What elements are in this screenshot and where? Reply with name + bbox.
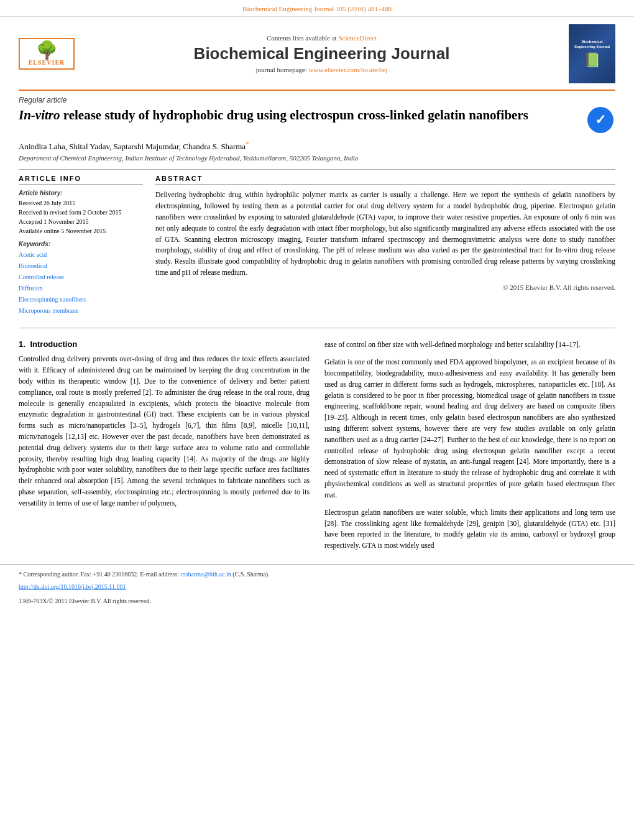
contents-link: Contents lists available at ScienceDirec… (81, 34, 563, 42)
homepage-url[interactable]: www.elsevier.com/locate/bej (308, 66, 387, 73)
article-history: Article history: Received 26 July 2015 R… (19, 190, 143, 236)
cover-icon: 📗 (584, 52, 600, 68)
revised-date: Received in revised form 2 October 2015 (19, 208, 143, 217)
cover-title: Biochemical Engineering Journal (572, 39, 612, 50)
intro-para-1: Controlled drug delivery prevents over-d… (19, 354, 310, 509)
email-label: E-mail address: (140, 571, 178, 578)
abstract-copyright: © 2015 Elsevier B.V. All rights reserved… (155, 284, 615, 291)
top-bar: Biochemical Engineering Journal 105 (201… (0, 0, 634, 17)
elsevier-logo-box: 🌳 ELSEVIER (19, 38, 75, 70)
section-divider (19, 328, 615, 328)
authors: Anindita Laha, Shital Yadav, Saptarshi M… (19, 140, 615, 152)
intro-heading: 1. Introduction (19, 339, 310, 349)
keyword-6[interactable]: Microporous membrane (19, 307, 78, 314)
crossmark-icon: ✓ (587, 107, 613, 133)
keyword-3[interactable]: Controlled release (19, 274, 64, 280)
doi-link[interactable]: http://dx.doi.org/10.1016/j.bej.2015.11.… (19, 583, 126, 590)
header-center: Contents lists available at ScienceDirec… (81, 34, 563, 73)
keywords-label: Keywords: (19, 241, 143, 247)
intro-title: Introduction (30, 339, 77, 349)
authors-names: Anindita Laha, Shital Yadav, Saptarshi M… (19, 142, 246, 151)
journal-cover-box: Biochemical Engineering Journal 📗 (569, 24, 615, 83)
header-area: 🌳 ELSEVIER Contents lists available at S… (0, 17, 634, 83)
crossmark-badge[interactable]: ✓ (587, 107, 615, 135)
copyright-bottom: 1369-703X/© 2015 Elsevier B.V. All right… (0, 598, 634, 611)
body-left-col: 1. Introduction Controlled drug delivery… (19, 339, 310, 558)
article-title-italic: In-vitro (19, 108, 60, 122)
email-name: (C.S. Sharma). (232, 571, 269, 578)
corresponding-sup: * (246, 140, 249, 147)
footnote-text: * Corresponding author. Fax: +91 40 2301… (19, 570, 615, 579)
keyword-1[interactable]: Acetic acid (19, 251, 47, 258)
intro-para-4: Electrospun gelatin nanofibers are water… (324, 507, 615, 552)
keywords-section: Keywords: Acetic acid Biomedical Control… (19, 241, 143, 316)
abstract-label: ABSTRACT (155, 175, 615, 185)
article-title-rest: release study of hydrophobic drug using … (60, 108, 528, 122)
journal-ref-link[interactable]: Biochemical Engineering Journal 105 (201… (242, 5, 392, 12)
journal-homepage: journal homepage: www.elsevier.com/locat… (81, 66, 563, 73)
affiliation: Department of Chemical Engineering, Indi… (19, 154, 615, 162)
keyword-5[interactable]: Electrospinning nanofibers (19, 296, 86, 303)
journal-title: Biochemical Engineering Journal (81, 44, 563, 63)
homepage-label: journal homepage: (256, 66, 307, 73)
article-type: Regular article (0, 91, 634, 107)
body-content: 1. Introduction Controlled drug delivery… (0, 339, 634, 558)
article-info-col: ARTICLE INFO Article history: Received 2… (19, 175, 143, 316)
elsevier-tree-icon: 🌳 (25, 42, 68, 59)
abstract-text: Delivering hydrophobic drug within hydro… (155, 190, 615, 279)
keyword-4[interactable]: Diffusion (19, 285, 42, 292)
journal-cover: Biochemical Engineering Journal 📗 (569, 24, 615, 83)
doi-area: http://dx.doi.org/10.1016/j.bej.2015.11.… (0, 579, 634, 598)
intro-para-3: Gelatin is one of the most commonly used… (324, 357, 615, 501)
article-divider (19, 169, 615, 170)
footnote-area: * Corresponding author. Fax: +91 40 2301… (0, 564, 634, 579)
elsevier-logo: 🌳 ELSEVIER (19, 38, 75, 70)
accepted-date: Accepted 1 November 2015 (19, 217, 143, 226)
article-info-label: ARTICLE INFO (19, 175, 143, 185)
article-main: In-vitro release study of hydrophobic dr… (0, 107, 634, 316)
intro-number: 1. (19, 339, 25, 349)
article-title-area: In-vitro release study of hydrophobic dr… (19, 107, 615, 135)
footnote-line: * Corresponding author. Fax: +91 40 2301… (19, 571, 139, 578)
history-label: Article history: (19, 190, 143, 196)
keyword-2[interactable]: Biomedical (19, 262, 47, 269)
keywords-list: Acetic acid Biomedical Controlled releas… (19, 249, 143, 316)
body-right-col: ease of control on fiber size with well-… (324, 339, 615, 558)
received-date: Received 26 July 2015 (19, 198, 143, 208)
sciencedirect-link[interactable]: ScienceDirect (338, 34, 377, 42)
contents-label: Contents lists available at (267, 34, 337, 42)
article-info-abstract: ARTICLE INFO Article history: Received 2… (19, 175, 615, 316)
elsevier-label: ELSEVIER (25, 59, 68, 66)
intro-para-2: ease of control on fiber size with well-… (324, 339, 615, 351)
article-title: In-vitro release study of hydrophobic dr… (19, 107, 587, 124)
abstract-col: ABSTRACT Delivering hydrophobic drug wit… (155, 175, 615, 316)
email-link[interactable]: cssharma@iith.ac.in (180, 571, 231, 578)
available-date: Available online 5 November 2015 (19, 226, 143, 236)
